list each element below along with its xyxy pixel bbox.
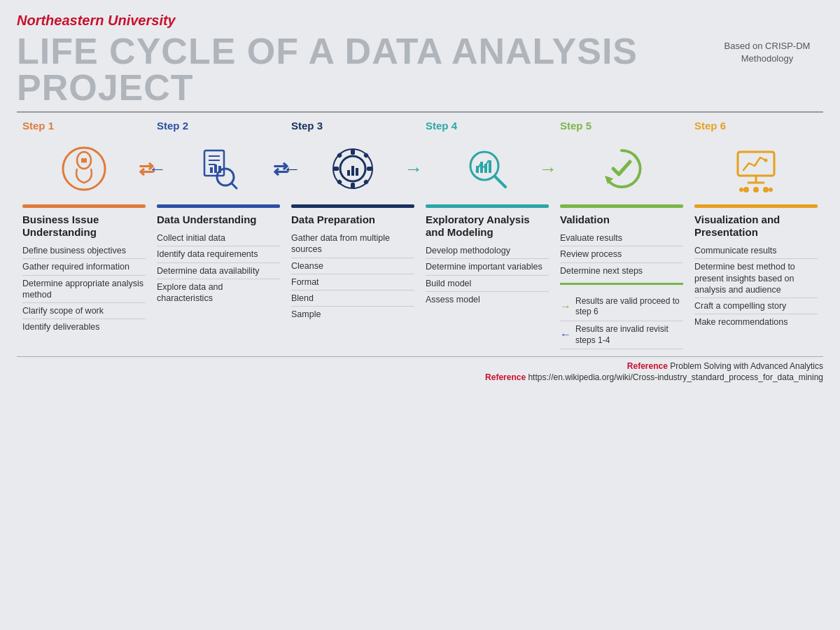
- svg-rect-6: [210, 167, 213, 173]
- ref1-label: Reference: [627, 361, 668, 371]
- step6-icon-row: [694, 137, 818, 200]
- step5-title: Validation: [560, 214, 683, 226]
- step3-icon: [328, 144, 378, 194]
- step-6-col: Step 6: [689, 120, 823, 349]
- steps-container: Step 1 ⇄ Business Issue Understanding: [17, 120, 823, 349]
- list-item: Assess model: [426, 292, 549, 307]
- svg-rect-14: [351, 166, 354, 176]
- svg-point-37: [763, 187, 769, 192]
- list-item: Collect initial data: [157, 230, 280, 246]
- list-item: Communicate results: [694, 243, 818, 259]
- svg-rect-13: [347, 170, 350, 176]
- list-item: Evaluate results: [560, 230, 683, 246]
- step-2-col: Step 2: [151, 120, 286, 349]
- list-item: Explore data and characteristics: [157, 279, 280, 307]
- footer: Reference Problem Solving with Advanced …: [17, 356, 823, 382]
- step3-divider: [291, 204, 414, 208]
- step4-label: Step 4: [426, 120, 549, 132]
- list-item: Make recommendations: [694, 314, 818, 330]
- footer-ref1: Reference Problem Solving with Advanced …: [17, 361, 823, 371]
- svg-rect-29: [489, 160, 491, 173]
- step5-divider: [560, 204, 683, 208]
- step3-label: Step 3: [291, 120, 414, 132]
- valid-text-2: Results are invalid revisit steps 1-4: [575, 324, 683, 346]
- step6-items: Communicate results Determine best metho…: [694, 243, 818, 330]
- svg-rect-16: [351, 149, 355, 155]
- list-item: Define business objectives: [22, 243, 146, 259]
- footer-ref2: Reference https://en.wikipedia.org/wiki/…: [17, 372, 823, 382]
- step2-icon: [193, 144, 244, 194]
- step5-label: Step 5: [560, 120, 683, 132]
- svg-point-35: [743, 187, 749, 192]
- step4-title: Exploratory Analysis and Modeling: [426, 214, 549, 239]
- valid-item-2: ← Results are invalid revisit steps 1-4: [560, 321, 683, 349]
- svg-rect-17: [351, 183, 355, 188]
- step1-divider: [22, 204, 146, 208]
- crisp-note: Based on CRISP-DMMethodology: [711, 33, 823, 65]
- header-row: LIFE CYCLE OF A DATA ANALYSIS PROJECT Ba…: [17, 33, 823, 113]
- valid-text-1: Results are valid proceed to step 6: [575, 296, 683, 318]
- step5-green-divider: [560, 283, 683, 285]
- ref1-text: Problem Solving with Advanced Analytics: [668, 361, 823, 371]
- step6-divider: [694, 204, 818, 208]
- list-item: Determine data availability: [157, 263, 280, 279]
- list-item: Determine next steps: [560, 263, 683, 279]
- step1-icon: [59, 144, 109, 194]
- list-item: Craft a compelling story: [694, 298, 818, 314]
- svg-point-32: [764, 159, 768, 162]
- list-item: Determine appropriate analysis method: [22, 276, 146, 304]
- step2-label: Step 2: [157, 120, 280, 132]
- step-5-col: Step 5 Validation Evaluate results Revie…: [554, 120, 689, 349]
- list-item: Build model: [426, 276, 549, 292]
- list-item: Gather data from multiple sources: [291, 230, 414, 258]
- svg-rect-19: [367, 167, 372, 171]
- step1-items: Define business objectives Gather requir…: [22, 243, 146, 335]
- step-4-col: Step 4 →: [420, 120, 554, 349]
- svg-point-36: [753, 187, 759, 192]
- svg-line-25: [495, 176, 505, 187]
- step1-title: Business Issue Understanding: [22, 214, 146, 239]
- svg-line-10: [232, 183, 237, 188]
- svg-point-39: [769, 188, 773, 192]
- step4-divider: [426, 204, 549, 208]
- validation-section: → Results are valid proceed to step 6 ← …: [560, 293, 683, 349]
- step2-items: Collect initial data Identify data requi…: [157, 230, 280, 306]
- svg-rect-27: [480, 162, 483, 173]
- list-item: Cleanse: [291, 258, 414, 274]
- step6-title: Visualization and Presentation: [694, 214, 818, 239]
- step4-items: Develop methodology Determine important …: [426, 243, 549, 307]
- list-item: Review process: [560, 246, 683, 262]
- university-name: Northeastern University: [17, 13, 823, 29]
- step2-icon-row: ⇄ ←: [157, 137, 280, 200]
- list-item: Gather required information: [22, 259, 146, 275]
- list-item: Clarify scope of work: [22, 303, 146, 319]
- step2-title: Data Understanding: [157, 214, 280, 226]
- valid-arrow-right: →: [560, 300, 571, 314]
- valid-arrow-left: ←: [560, 328, 571, 342]
- svg-rect-15: [356, 168, 358, 176]
- list-item: Blend: [291, 290, 414, 307]
- ref2-label: Reference: [485, 372, 526, 382]
- valid-item-1: → Results are valid proceed to step 6: [560, 293, 683, 321]
- step-3-col: Step 3: [286, 120, 420, 349]
- list-item: Determine best method to present insight…: [694, 259, 818, 298]
- step5-icon: [596, 144, 647, 194]
- step2-divider: [157, 204, 280, 208]
- step2-arrow-left: ←: [148, 160, 167, 178]
- step6-icon: [731, 144, 781, 194]
- list-item: Identify data requirements: [157, 246, 280, 262]
- step4-icon: [462, 144, 512, 194]
- step4-icon-row: →: [426, 137, 549, 200]
- step6-label: Step 6: [694, 120, 818, 132]
- list-item: Sample: [291, 307, 414, 322]
- step5-items: Evaluate results Review process Determin…: [560, 230, 683, 279]
- svg-rect-7: [214, 164, 217, 173]
- ref2-text: https://en.wikipedia.org/wiki/Cross-indu…: [526, 372, 823, 382]
- step3-arrow-left: ←: [283, 160, 301, 178]
- list-item: Format: [291, 274, 414, 290]
- step1-icon-row: ⇄: [22, 137, 146, 200]
- step1-label: Step 1: [22, 120, 146, 132]
- step3-title: Data Preparation: [291, 214, 414, 226]
- page: Northeastern University LIFE CYCLE OF A …: [0, 0, 840, 630]
- svg-point-38: [739, 188, 743, 192]
